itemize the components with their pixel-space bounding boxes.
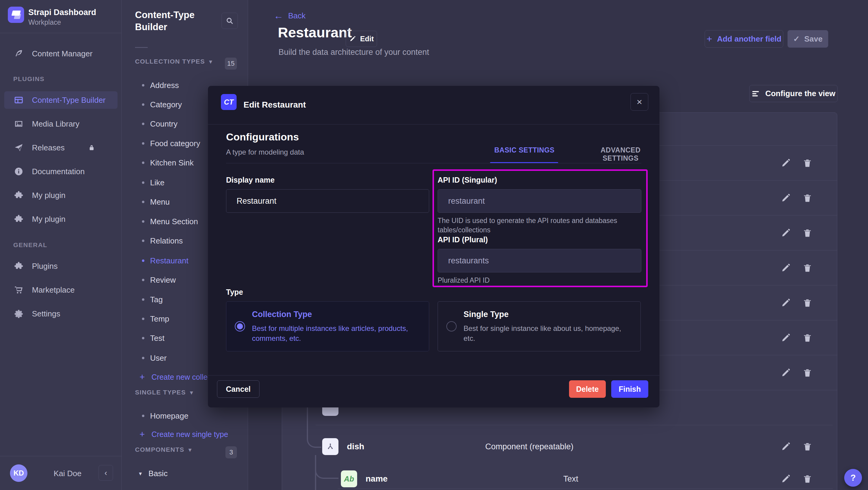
strapi-logo-icon <box>8 7 24 23</box>
puzzle-icon <box>14 261 24 271</box>
avatar[interactable]: KD <box>10 464 27 482</box>
delete-field-button[interactable] <box>802 367 813 378</box>
component-group-basic[interactable]: ▾ Basic <box>139 466 167 481</box>
sidebar-item-documentation[interactable]: Documentation <box>4 163 118 180</box>
sidebar-item-releases[interactable]: Releases <box>4 139 118 156</box>
close-icon[interactable]: × <box>630 93 648 111</box>
single-type-option[interactable]: Single Type Best for single instance lik… <box>438 301 641 351</box>
delete-button[interactable]: Delete <box>569 380 606 398</box>
single-types-header[interactable]: SINGLE TYPES ▾ <box>135 389 193 396</box>
sidebar-title: Content-Type Builder <box>135 9 225 33</box>
bullet-dot <box>142 161 144 164</box>
sidebar-item-homepage[interactable]: Homepage <box>122 407 248 425</box>
collapse-sidebar-button[interactable]: ‹ <box>98 465 113 481</box>
radio-unselected-icon[interactable] <box>446 321 457 332</box>
sidebar-item-my-plugin-1[interactable]: My plugin <box>4 187 118 204</box>
edit-field-button[interactable] <box>780 192 791 204</box>
plus-icon: + <box>140 372 145 382</box>
api-id-singular-label: API ID (Singular) <box>438 176 497 184</box>
delete-field-button[interactable] <box>802 473 813 484</box>
search-icon <box>225 17 234 25</box>
api-id-singular-input[interactable] <box>438 189 641 213</box>
collection-count-badge: 15 <box>225 58 237 70</box>
back-link[interactable]: ← Back <box>274 11 306 21</box>
sidebar-item-settings[interactable]: Settings <box>4 305 118 323</box>
user-name: Kai Doe <box>54 469 82 478</box>
edit-field-button[interactable] <box>780 298 791 308</box>
option-title: Collection Type <box>252 310 420 319</box>
sidebar-item-label: Tag <box>150 295 163 304</box>
finish-button[interactable]: Finish <box>611 380 648 398</box>
bullet-dot <box>142 357 144 359</box>
info-icon <box>14 167 24 176</box>
delete-field-button[interactable] <box>802 298 813 308</box>
radio-selected-icon[interactable] <box>235 321 245 332</box>
delete-field-button[interactable] <box>802 263 813 273</box>
modal-subheading: A type for modeling data <box>226 148 304 156</box>
table-row-name: Ab name Text <box>282 461 837 490</box>
configure-the-view-button[interactable]: Configure the view <box>749 85 838 102</box>
display-name-input[interactable] <box>226 189 429 213</box>
delete-field-button[interactable] <box>802 332 813 343</box>
delete-field-button[interactable] <box>802 192 813 204</box>
sidebar-item-label: Relations <box>150 236 183 246</box>
edit-restaurant-modal: CT Edit Restaurant × Configurations A ty… <box>208 86 659 407</box>
sidebar-section-general: GENERAL <box>13 241 47 249</box>
api-id-plural-label: API ID (Plural) <box>438 235 488 244</box>
sidebar-item-content-type-builder[interactable]: Content-Type Builder <box>4 91 118 109</box>
components-header[interactable]: COMPONENTS ▾ <box>135 446 192 453</box>
help-button[interactable]: ? <box>844 469 862 487</box>
sidebar-item-label: Plugins <box>32 262 58 271</box>
delete-field-button[interactable] <box>802 441 813 452</box>
bullet-dot <box>142 181 144 184</box>
edit-field-button[interactable] <box>780 473 791 484</box>
sidebar-item-media-library[interactable]: Media Library <box>4 115 118 132</box>
divider <box>135 47 148 48</box>
save-button[interactable]: ✓ Save <box>787 30 828 48</box>
plus-icon: + <box>707 33 712 44</box>
field-type: Component (repeatable) <box>485 442 574 452</box>
bullet-dot <box>142 240 144 242</box>
add-another-field-button[interactable]: + Add another field <box>705 30 783 48</box>
delete-field-button[interactable] <box>802 158 813 169</box>
edit-field-button[interactable] <box>780 441 791 452</box>
field-type: Text <box>563 474 578 484</box>
option-title: Single Type <box>464 310 631 319</box>
edit-field-button[interactable] <box>780 332 791 343</box>
search-button[interactable] <box>221 13 238 29</box>
feather-pen-icon <box>14 49 24 58</box>
tab-basic-settings[interactable]: BASIC SETTINGS <box>494 146 555 154</box>
image-icon <box>14 119 24 129</box>
collection-types-header[interactable]: COLLECTION TYPES ▾ <box>135 58 213 65</box>
sidebar-item-label: Restaurant <box>150 256 188 266</box>
sidebar-item-plugins[interactable]: Plugins <box>4 257 118 275</box>
sidebar-item-content-manager[interactable]: Content Manager <box>4 45 118 62</box>
bullet-dot <box>142 318 144 320</box>
puzzle-icon <box>14 190 24 200</box>
paper-plane-icon <box>14 143 24 152</box>
pencil-icon <box>780 473 791 484</box>
cancel-button[interactable]: Cancel <box>217 380 259 398</box>
edit-button[interactable]: Edit <box>346 31 377 47</box>
edit-field-button[interactable] <box>780 263 791 273</box>
sidebar-item-label: Like <box>150 178 164 187</box>
content-type-badge: CT <box>221 94 237 110</box>
edit-field-button[interactable] <box>780 158 791 169</box>
sidebar-item-label: Marketplace <box>32 285 75 295</box>
create-single-type-link[interactable]: + Create new single type <box>140 427 228 442</box>
puzzle-icon <box>14 214 24 224</box>
edit-field-button[interactable] <box>780 367 791 378</box>
arrow-left-icon: ← <box>274 11 283 21</box>
pencil-icon <box>780 441 791 452</box>
api-id-plural-input[interactable] <box>438 249 641 272</box>
tab-advanced-settings[interactable]: ADVANCED SETTINGS <box>582 146 659 162</box>
sidebar-item-my-plugin-2[interactable]: My plugin <box>4 210 118 228</box>
collection-type-option[interactable]: Collection Type Best for multiple instan… <box>226 301 429 351</box>
modal-header: CT Edit Restaurant × <box>208 86 659 124</box>
trash-icon <box>802 473 813 484</box>
chevron-down-icon: ▾ <box>209 58 213 65</box>
edit-field-button[interactable] <box>780 227 791 238</box>
sidebar-item-marketplace[interactable]: Marketplace <box>4 281 118 299</box>
brand[interactable]: Strapi Dashboard Workplace <box>0 0 121 33</box>
delete-field-button[interactable] <box>802 227 813 238</box>
